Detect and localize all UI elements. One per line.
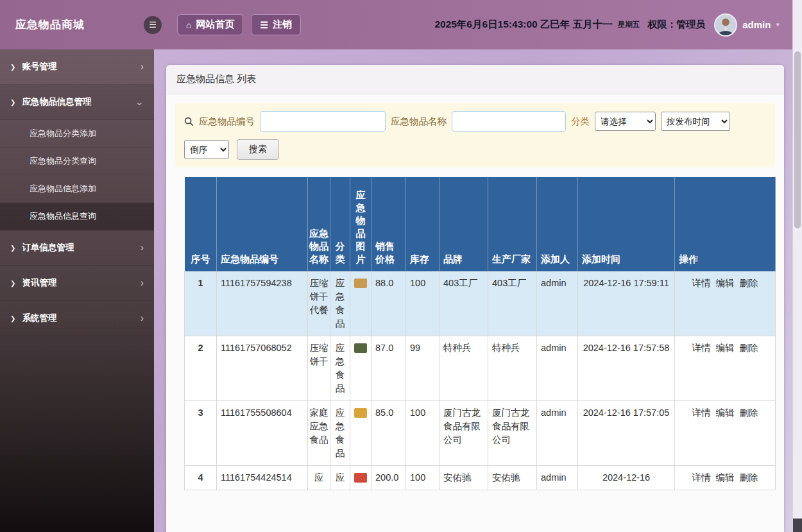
submenu-item-info-add[interactable]: 应急物品信息添加	[0, 175, 154, 203]
chevron-right-icon: ›	[141, 313, 144, 323]
arrow-icon: ❯	[10, 245, 15, 252]
cell-category: 应急食品	[330, 271, 350, 336]
home-button[interactable]: ⌂ 网站首页	[177, 14, 243, 35]
cell-stock: 100	[406, 466, 439, 490]
scrollbar-thumb[interactable]	[794, 51, 801, 228]
delete-link[interactable]: 删除	[740, 408, 758, 418]
sort-select[interactable]: 按发布时间	[661, 112, 730, 131]
cell-name: 家庭应急食品	[308, 401, 330, 466]
menu-toggle-button[interactable]: ☰	[144, 16, 162, 34]
sidebar-item-account[interactable]: ❯ 账号管理 ›	[0, 49, 154, 85]
topbar-nav: ⌂ 网站首页 ☰ 注销	[177, 14, 301, 35]
arrow-icon: ❯	[10, 99, 15, 106]
search-button[interactable]: 搜索	[237, 139, 279, 160]
order-select[interactable]: 倒序	[184, 140, 229, 159]
cell-index: 1	[185, 271, 217, 336]
category-select[interactable]: 请选择	[595, 112, 656, 131]
delete-link[interactable]: 删除	[740, 278, 758, 288]
caret-down-icon[interactable]: ▾	[776, 21, 780, 29]
cell-sn: 11161755508604	[217, 401, 308, 466]
detail-link[interactable]: 详情	[692, 408, 710, 418]
cell-actions: 详情 编辑 删除	[675, 336, 776, 401]
cell-price: 200.0	[371, 466, 406, 490]
datetime-text: 2025年6月6日15:43:00 乙巳年 五月十一	[434, 18, 612, 31]
avatar-image	[715, 15, 736, 35]
cell-actions: 详情 编辑 删除	[675, 271, 776, 336]
edit-link[interactable]: 编辑	[716, 343, 735, 353]
cell-image	[350, 336, 371, 401]
home-icon: ⌂	[186, 20, 191, 30]
edit-link[interactable]: 编辑	[716, 278, 735, 288]
sidebar-item-label: 账号管理	[22, 61, 56, 73]
chevron-right-icon: ›	[141, 278, 144, 288]
cell-image	[350, 401, 371, 466]
avatar[interactable]	[714, 13, 737, 37]
sidebar-item-news[interactable]: ❯ 资讯管理 ›	[0, 266, 154, 301]
cell-name: 压缩饼干代餐	[308, 271, 330, 336]
cell-time: 2024-12-16 17:59:11	[578, 271, 675, 336]
logout-icon: ☰	[260, 20, 268, 30]
detail-link[interactable]: 详情	[692, 278, 710, 288]
product-image	[354, 343, 367, 353]
cell-sn: 11161754424514	[217, 466, 308, 490]
edit-link[interactable]: 编辑	[716, 472, 735, 483]
search-panel: 应急物品编号 应急物品名称 分类 请选择 按发布时间 倒序	[175, 103, 775, 167]
content-card: 应急物品信息 列表 应急物品编号 应急物品名称 分类 请选择	[166, 65, 784, 532]
sidebar-submenu: 应急物品分类添加 应急物品分类查询 应急物品信息添加 应急物品信息查询	[0, 120, 154, 230]
sidebar-item-supplies-info[interactable]: ❯ 应急物品信息管理 ⌄	[0, 85, 154, 120]
sidebar-item-label: 应急物品信息管理	[22, 96, 91, 108]
header-stock: 库存	[406, 177, 439, 271]
header-image: 应急物品图片	[350, 177, 371, 271]
product-image	[354, 279, 367, 288]
detail-link[interactable]: 详情	[692, 472, 710, 483]
delete-link[interactable]: 删除	[740, 343, 758, 353]
cell-price: 87.0	[371, 336, 406, 401]
app-title: 应急物品商城	[0, 17, 154, 32]
header-brand: 品牌	[439, 177, 488, 271]
submenu-item-category-add[interactable]: 应急物品分类添加	[0, 120, 154, 148]
edit-link[interactable]: 编辑	[716, 408, 735, 418]
cell-adder: admin	[537, 336, 578, 401]
cell-category: 应急食品	[330, 336, 350, 401]
table-row: 3 11161755508604 家庭应急食品 应急食品 85.0 100 厦门…	[185, 401, 776, 466]
delete-link[interactable]: 删除	[740, 472, 758, 483]
cell-actions: 详情 编辑 删除	[675, 466, 776, 490]
header-name: 应急物品名称	[308, 177, 330, 271]
arrow-icon: ❯	[10, 315, 15, 322]
header-sn: 应急物品编号	[217, 177, 308, 271]
topbar-info: 2025年6月6日15:43:00 乙巳年 五月十一 星期五 权限：管理员 ad…	[434, 13, 792, 37]
sidebar-item-orders[interactable]: ❯ 订单信息管理 ›	[0, 230, 154, 266]
cell-maker: 403工厂	[488, 271, 537, 336]
sidebar-item-label: 系统管理	[22, 313, 56, 324]
sidebar: ❯ 账号管理 › ❯ 应急物品信息管理 ⌄ 应急物品分类添加 应急物品分类查询 …	[0, 49, 154, 532]
cell-stock: 99	[406, 336, 439, 401]
weekday-text: 星期五	[618, 20, 640, 30]
sn-input[interactable]	[260, 111, 386, 132]
cell-index: 4	[185, 466, 217, 490]
cell-brand: 安佑驰	[439, 466, 488, 490]
cell-brand: 厦门古龙食品有限公司	[439, 401, 488, 466]
cell-stock: 100	[406, 401, 439, 466]
sidebar-item-label: 资讯管理	[22, 277, 56, 289]
cell-adder: admin	[537, 271, 578, 336]
submenu-item-info-query[interactable]: 应急物品信息查询	[0, 203, 154, 230]
supplies-table: 序号 应急物品编号 应急物品名称 分类 应急物品图片 销售价格 库存 品牌 生产…	[184, 176, 775, 490]
chevron-right-icon: ›	[141, 62, 144, 72]
cell-name: 应	[308, 466, 330, 490]
vertical-scrollbar[interactable]	[792, 0, 802, 532]
table-row: 2 11161757068052 压缩饼干 应急食品 87.0 99 特种兵 特…	[185, 336, 776, 401]
sidebar-item-label: 订单信息管理	[22, 242, 74, 253]
logout-button[interactable]: ☰ 注销	[251, 14, 301, 35]
chevron-right-icon: ›	[141, 243, 144, 253]
chevron-down-icon: ⌄	[135, 97, 144, 107]
scrollbar-corner	[793, 519, 802, 532]
submenu-item-category-query[interactable]: 应急物品分类查询	[0, 148, 154, 175]
cell-category: 应急食品	[330, 401, 350, 466]
product-image	[354, 473, 367, 483]
table-row: 1 11161757594238 压缩饼干代餐 应急食品 88.0 100 40…	[185, 271, 776, 336]
sidebar-item-system[interactable]: ❯ 系统管理 ›	[0, 301, 154, 336]
detail-link[interactable]: 详情	[692, 343, 710, 353]
name-input[interactable]	[452, 111, 566, 132]
username-dropdown[interactable]: admin	[742, 19, 771, 30]
page-title: 应急物品信息 列表	[166, 65, 784, 94]
